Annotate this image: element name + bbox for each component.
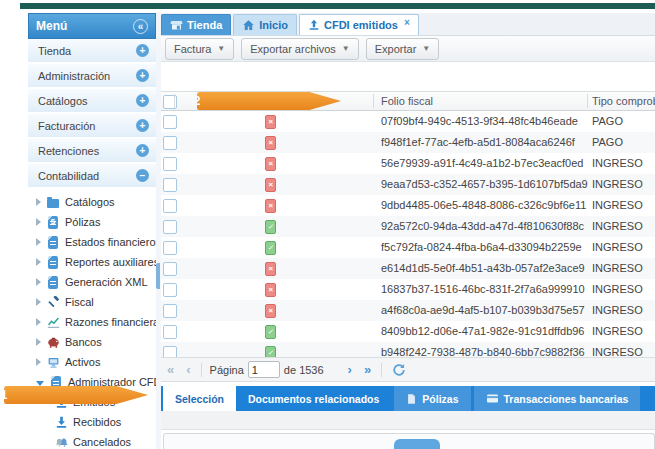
table-row[interactable]: 8409bb12-d06e-47a1-982e-91c91dffdb96 ING…	[161, 321, 655, 342]
tab-tienda[interactable]: Tienda	[161, 14, 231, 35]
column-divider[interactable]	[587, 94, 588, 108]
sidebar-item-retenciones[interactable]: Retenciones +	[28, 139, 156, 164]
tab-documentos-relacionados[interactable]: Documentos relacionados	[236, 386, 391, 411]
sidebar-item-facturacion[interactable]: Facturación +	[28, 114, 156, 139]
prev-page-button[interactable]: ‹	[180, 362, 196, 377]
gavel-icon	[46, 295, 60, 309]
table-row[interactable]: 56e79939-a91f-4c49-a1b2-b7ec3eacf0ed ING…	[161, 153, 655, 174]
row-checkbox[interactable]	[163, 304, 177, 318]
table-row[interactable]: 9eaa7d53-c352-4657-b395-1d6107bf5da9 ING…	[161, 174, 655, 195]
tree-item-catalogos[interactable]: Catálogos	[28, 192, 156, 212]
contabilidad-status-icon	[265, 241, 276, 255]
folio-fiscal-cell: f948f1ef-77ac-4efb-a5d1-8084aca6246f	[381, 136, 575, 148]
table-row[interactable]: 9dbd4485-06e5-4848-8086-c326c9bf6e11 ING…	[161, 195, 655, 216]
row-checkbox[interactable]	[163, 325, 177, 339]
exportar-button[interactable]: Exportar ▼	[366, 38, 440, 60]
tree-item-estados-financieros[interactable]: Estados financieros	[28, 232, 156, 252]
chevron-right-icon[interactable]	[36, 258, 41, 266]
lower-panel-button[interactable]	[394, 439, 440, 449]
column-header-folio-fiscal[interactable]: Folio fiscal	[381, 95, 433, 107]
refresh-icon[interactable]	[392, 363, 406, 377]
table-row[interactable]: 92a572c0-94da-43dd-a47d-4f810630f88c ING…	[161, 216, 655, 237]
tree-item-recibidos[interactable]: Recibidos	[28, 412, 156, 432]
document-icon	[46, 275, 60, 289]
expand-icon[interactable]: +	[136, 69, 149, 82]
table-row[interactable]: b948f242-7938-487b-b840-6bb7c9882f36 ING…	[161, 342, 655, 357]
tab-label: Documentos relacionados	[248, 393, 379, 405]
close-icon[interactable]: ×	[404, 17, 410, 28]
next-page-button[interactable]: ›	[342, 362, 358, 377]
expand-icon[interactable]: +	[136, 44, 149, 57]
row-checkbox[interactable]	[163, 220, 177, 234]
sidebar-item-administracion[interactable]: Administración +	[28, 64, 156, 89]
exportar-archivos-button[interactable]: Exportar archivos ▼	[241, 38, 359, 60]
tree-item-reportes-auxiliares[interactable]: Reportes auxiliares	[28, 252, 156, 272]
tree-item-razones-financieras[interactable]: Razones financieras	[28, 312, 156, 332]
tab-cfdi-emitidos[interactable]: CFDI emitidos ×	[299, 14, 419, 35]
factura-button[interactable]: Factura ▼	[165, 38, 234, 60]
contabilidad-status-icon	[265, 178, 276, 192]
row-checkbox[interactable]	[163, 262, 177, 276]
tab-inicio[interactable]: Inicio	[233, 14, 297, 35]
chevron-right-icon[interactable]	[36, 338, 41, 346]
row-checkbox[interactable]	[163, 136, 177, 150]
tab-seleccion[interactable]: Selección	[163, 386, 236, 411]
collapse-minus-icon[interactable]: −	[136, 169, 149, 182]
last-page-button[interactable]: »	[358, 362, 377, 377]
column-divider[interactable]	[373, 94, 374, 108]
table-row[interactable]: e614d1d5-5e0f-4b51-a43b-057af2e3ace9 ING…	[161, 258, 655, 279]
tab-transacciones-bancarias[interactable]: Transacciones bancarias	[474, 386, 641, 411]
sidebar-item-catalogos[interactable]: Catálogos +	[28, 89, 156, 114]
row-checkbox[interactable]	[163, 241, 177, 255]
splitter-collapse-handle[interactable]	[156, 263, 160, 289]
row-checkbox[interactable]	[163, 346, 177, 357]
lower-panel	[163, 433, 655, 449]
expand-icon[interactable]: +	[136, 119, 149, 132]
row-checkbox[interactable]	[163, 199, 177, 213]
row-checkbox[interactable]	[163, 157, 177, 171]
table-row[interactable]: 07f09bf4-949c-4513-9f34-48fc4b46eade PAG…	[161, 111, 655, 132]
first-page-button[interactable]: «	[161, 362, 180, 377]
accordion-label: Tienda	[38, 45, 71, 57]
tree-item-generacion-xml[interactable]: Generación XML	[28, 272, 156, 292]
chevron-right-icon[interactable]	[36, 198, 41, 206]
tab-polizas[interactable]: Pólizas	[394, 386, 470, 411]
expand-icon[interactable]: +	[136, 144, 149, 157]
row-checkbox[interactable]	[163, 178, 177, 192]
toolbar: Factura ▼ Exportar archivos ▼ Exportar ▼	[161, 35, 655, 62]
chevron-right-icon[interactable]	[36, 318, 41, 326]
sidebar-item-tienda[interactable]: Tienda +	[28, 39, 156, 64]
chevron-right-icon[interactable]	[36, 298, 41, 306]
grid-rows: 07f09bf4-949c-4513-9f34-48fc4b46eade PAG…	[161, 111, 655, 357]
table-row[interactable]: a4f68c0a-ae9d-4af5-b107-b039b3d75e57 ING…	[161, 300, 655, 321]
tree-item-fiscal[interactable]: Fiscal	[28, 292, 156, 312]
tree-item-polizas[interactable]: Pólizas	[28, 212, 156, 232]
tree-label: Recibidos	[73, 416, 121, 428]
chevron-down-icon[interactable]	[36, 381, 44, 386]
sidebar-collapse-icon[interactable]: «	[133, 19, 148, 34]
tree-item-activos[interactable]: Activos	[28, 352, 156, 372]
chevron-right-icon[interactable]	[36, 278, 41, 286]
contabilidad-status-icon	[265, 157, 276, 171]
expand-icon[interactable]: +	[136, 94, 149, 107]
tree-label: Catálogos	[65, 196, 115, 208]
contabilidad-tree: Catálogos Pólizas Estados financieros Re…	[28, 192, 156, 449]
page-number-input[interactable]	[248, 361, 280, 378]
row-checkbox[interactable]	[163, 115, 177, 129]
table-row[interactable]: f948f1ef-77ac-4efb-a5d1-8084aca6246f PAG…	[161, 132, 655, 153]
table-row[interactable]: 16837b37-1516-46bc-831f-2f7a6a999910 ING…	[161, 279, 655, 300]
tree-item-cancelados[interactable]: Cancelados	[28, 432, 156, 449]
tree-item-bancos[interactable]: Bancos	[28, 332, 156, 352]
row-checkbox[interactable]	[163, 283, 177, 297]
divider	[201, 363, 202, 377]
table-row[interactable]: f5c792fa-0824-4fba-b6a4-d33094b2259e ING…	[161, 237, 655, 258]
contabilidad-status-icon	[265, 262, 276, 276]
column-header-tipo-comprobante[interactable]: Tipo comprob.	[592, 95, 655, 107]
folio-fiscal-cell: e614d1d5-5e0f-4b51-a43b-057af2e3ace9	[381, 262, 585, 274]
chevron-right-icon[interactable]	[36, 218, 41, 226]
contabilidad-status-icon	[265, 283, 276, 297]
chevron-right-icon[interactable]	[36, 358, 41, 366]
chevron-right-icon[interactable]	[36, 238, 41, 246]
accordion-label: Retenciones	[38, 145, 99, 157]
sidebar-item-contabilidad[interactable]: Contabilidad −	[28, 164, 156, 189]
